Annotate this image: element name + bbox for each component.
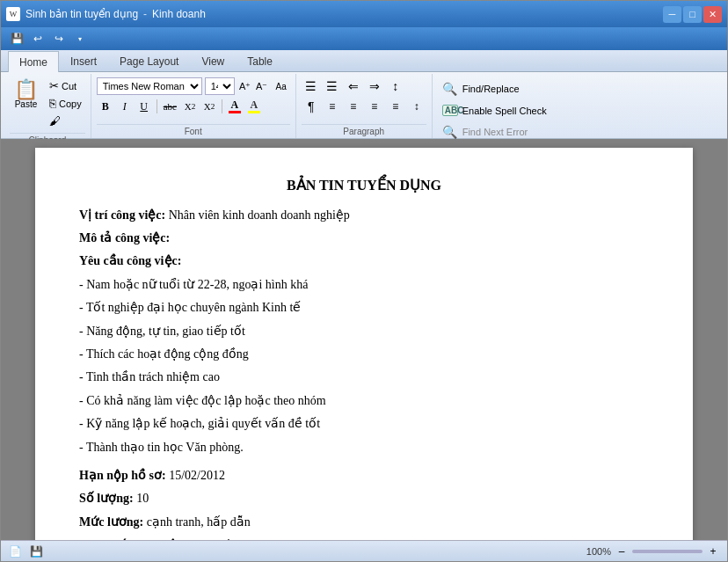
spell-check-button[interactable]: ABC Enable Spell Check	[438, 102, 551, 119]
qat-undo-button[interactable]: ↩	[29, 30, 47, 47]
font-size-select[interactable]: 14	[205, 77, 235, 95]
font-row1: Times New Roman 14 A⁺ A⁻ Aa	[97, 77, 290, 95]
req-item-6: - Kỹ năng lập kế hoạch, giải quyết vấn đ…	[79, 414, 649, 434]
align-center-button[interactable]: ≡	[344, 98, 363, 115]
bold-button[interactable]: B	[97, 98, 114, 115]
titlebar-title2: -	[143, 8, 147, 20]
highlight-button[interactable]: A	[245, 98, 263, 115]
sort-button[interactable]: ↕	[386, 77, 405, 95]
bullets-button[interactable]: ☰	[302, 77, 321, 95]
numbering-button[interactable]: ☰	[323, 77, 342, 95]
linespace-button[interactable]: ↕	[407, 98, 426, 115]
req-item-3: - Thích các hoạt động cộng đồng	[79, 345, 649, 364]
clear-format-button[interactable]: Aa	[273, 77, 290, 95]
subscript-button[interactable]: X2	[181, 98, 199, 115]
ribbon-toolbar: 📋 Paste ✂ Cut ⎘ Copy 🖌	[1, 72, 727, 139]
pilcrow-button[interactable]: ¶	[302, 98, 321, 115]
superscript-button[interactable]: X2	[200, 98, 218, 115]
separator1	[157, 99, 157, 113]
zoom-slider[interactable]	[632, 550, 703, 553]
align-left-button[interactable]: ≡	[323, 98, 342, 115]
document-page[interactable]: BẢN TIN TUYỂN DỤNG Vị trí công việc: Nhâ…	[35, 148, 693, 540]
align-left-icon: ≡	[329, 100, 335, 113]
tab-view[interactable]: View	[190, 50, 236, 71]
highlight-bar	[248, 111, 260, 113]
ribbon-group-editing: 🔍 Find/Replace ABC Enable Spell Check 🔍 …	[433, 74, 557, 138]
cut-copy-btns: ✂ Cut ⎘ Copy 🖌	[46, 77, 85, 129]
app-icon: W	[6, 7, 20, 21]
dedent-icon: ⇐	[348, 79, 359, 93]
tab-page-layout[interactable]: Page Layout	[108, 50, 190, 71]
zoom-out-button[interactable]: –	[615, 544, 629, 558]
cut-button[interactable]: ✂ Cut	[46, 77, 85, 94]
font-content: Times New Roman 14 A⁺ A⁻ Aa B I U	[97, 76, 290, 122]
align-center-icon: ≡	[350, 100, 356, 113]
position-line: Vị trí công việc: Nhân viên kinh doanh d…	[79, 206, 649, 225]
editing-content: 🔍 Find/Replace ABC Enable Spell Check 🔍 …	[438, 76, 551, 143]
quantity-value: 10	[134, 492, 149, 505]
minimize-button[interactable]: ─	[663, 6, 681, 23]
position-label: Vị trí công việc:	[79, 208, 165, 222]
justify-icon: ≡	[392, 100, 398, 113]
ribbon-tab-bar: Home Insert Page Layout View Table	[1, 50, 727, 72]
numbering-icon: ☰	[326, 79, 338, 93]
quantity-line: Số lượng: 10	[79, 489, 649, 508]
status-page-icon[interactable]: 📄	[8, 544, 22, 558]
separator2	[222, 99, 222, 113]
qat-dropdown-button[interactable]: ▾	[71, 30, 89, 47]
para-row1: ☰ ☰ ⇐ ⇒ ↕	[302, 77, 426, 95]
dedent-button[interactable]: ⇐	[344, 77, 363, 95]
req-item-2: - Năng động, tự tin, giao tiếp tốt	[79, 322, 649, 341]
titlebar-left: W Sinh bản tin tuyển dụng - Kinh doanh	[6, 7, 206, 21]
document-area: BẢN TIN TUYỂN DỤNG Vị trí công việc: Nhâ…	[1, 139, 727, 540]
indent-button[interactable]: ⇒	[365, 77, 384, 95]
deadline-value: 15/02/2012	[166, 469, 225, 482]
format-painter-button[interactable]: 🖌	[46, 113, 85, 129]
status-save-icon[interactable]: 💾	[29, 544, 43, 558]
deadline-line: Hạn nộp hồ sơ: 15/02/2012	[79, 466, 649, 485]
copy-icon: ⎘	[49, 97, 56, 110]
tab-home[interactable]: Home	[8, 51, 59, 72]
align-right-icon: ≡	[371, 100, 377, 113]
titlebar-title: Sinh bản tin tuyển dụng	[25, 8, 138, 20]
req-item-4: - Tinh thần trách nhiệm cao	[79, 368, 649, 387]
copy-button[interactable]: ⎘ Copy	[46, 95, 85, 112]
qat-save-button[interactable]: 💾	[8, 30, 25, 47]
italic-button[interactable]: I	[116, 98, 134, 115]
find-replace-button[interactable]: 🔍 Find/Replace	[438, 79, 551, 99]
paste-label: Paste	[15, 99, 38, 109]
cut-label: Cut	[62, 81, 76, 91]
strikethrough-button[interactable]: abc	[161, 98, 179, 115]
salary-value: cạnh tranh, hấp dẫn	[143, 515, 250, 529]
cut-icon: ✂	[49, 79, 59, 92]
ribbon-group-paragraph: ☰ ☰ ⇐ ⇒ ↕	[296, 74, 433, 138]
maximize-button[interactable]: □	[683, 6, 702, 23]
font-label: Font	[97, 124, 290, 138]
para-row2: ¶ ≡ ≡ ≡ ≡	[302, 98, 426, 115]
salary-label: Mức lương:	[79, 515, 143, 529]
justify-button[interactable]: ≡	[386, 98, 405, 115]
salary-line: Mức lương: cạnh tranh, hấp dẫn	[79, 513, 649, 532]
font-color-button[interactable]: A	[226, 98, 244, 115]
bullets-icon: ☰	[305, 79, 317, 93]
req-item-7: - Thành thạo tin học Văn phòng.	[79, 438, 649, 457]
underline-button[interactable]: U	[135, 98, 153, 115]
sort-icon: ↕	[392, 79, 398, 93]
find-replace-label: Find/Replace	[462, 84, 520, 94]
zoom-in-button[interactable]: +	[706, 544, 720, 558]
tab-insert[interactable]: Insert	[59, 50, 108, 71]
tab-table[interactable]: Table	[236, 50, 284, 71]
font-grow-button[interactable]: A⁺	[237, 78, 253, 94]
paste-button[interactable]: 📋 Paste	[10, 77, 42, 112]
deadline-label: Hạn nộp hồ sơ:	[79, 469, 166, 482]
find-replace-icon: 🔍	[442, 82, 458, 96]
requirements-label: Yêu cầu công việc:	[79, 254, 181, 267]
font-shrink-button[interactable]: A⁻	[254, 78, 270, 94]
font-name-select[interactable]: Times New Roman	[97, 77, 202, 95]
align-right-button[interactable]: ≡	[365, 98, 384, 115]
pilcrow-icon: ¶	[308, 99, 315, 113]
qat-redo-button[interactable]: ↪	[50, 30, 68, 47]
close-button[interactable]: ✕	[703, 6, 722, 23]
find-next-error-icon: 🔍	[442, 125, 458, 139]
font-size-buttons: A⁺ A⁻	[237, 78, 270, 94]
